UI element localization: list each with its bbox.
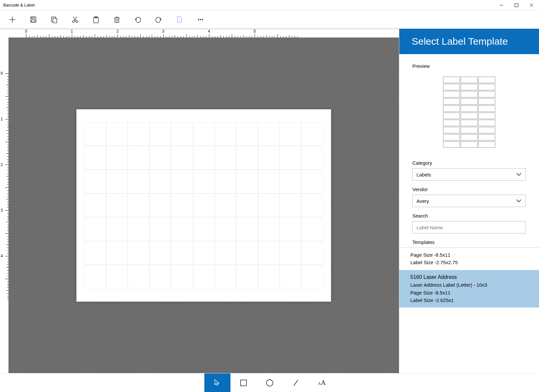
undo-button[interactable] <box>127 10 148 29</box>
template-label-size: Label Size -2.625x1 <box>410 296 528 304</box>
vendor-dropdown[interactable]: Avery <box>412 195 526 207</box>
svg-rect-17 <box>115 18 119 23</box>
svg-point-23 <box>200 19 201 20</box>
page[interactable] <box>76 109 331 302</box>
svg-rect-8 <box>32 20 35 22</box>
select-tool[interactable] <box>204 373 230 392</box>
titlebar: Barcode & Label <box>0 0 539 10</box>
category-label: Category <box>412 160 526 166</box>
template-label-size: Label Size -2.75x2.75 <box>410 259 528 266</box>
templates-list: Page Size -8.5x11 Label Size -2.75x2.75 … <box>399 248 539 308</box>
app-title: Barcode & Label <box>3 3 494 8</box>
template-title: 5160 Laser Address <box>410 273 528 281</box>
rectangle-tool[interactable] <box>230 373 257 392</box>
close-button[interactable] <box>524 0 539 10</box>
template-item[interactable]: Page Size -8.5x11 Label Size -2.75x2.75 <box>399 248 539 270</box>
search-label: Search <box>412 213 526 219</box>
text-tool[interactable]: AA <box>309 373 335 392</box>
template-preview <box>412 77 526 148</box>
svg-point-22 <box>198 19 199 20</box>
copy-button[interactable] <box>44 10 65 29</box>
ruler-vertical: 01234 <box>0 38 8 373</box>
line-tool[interactable] <box>283 373 309 392</box>
top-toolbar <box>0 10 539 29</box>
svg-point-24 <box>202 19 203 20</box>
more-button[interactable] <box>190 10 211 29</box>
svg-rect-25 <box>241 380 246 386</box>
svg-line-27 <box>294 380 298 386</box>
save-button[interactable] <box>23 10 44 29</box>
template-panel: Select Label Template Preview Category L… <box>399 29 539 373</box>
template-page-size: Page Size -8.5x11 <box>410 251 528 259</box>
svg-point-26 <box>266 380 273 386</box>
vendor-label: Vendor <box>412 187 526 192</box>
svg-rect-7 <box>32 17 34 19</box>
text-icon: AA <box>318 379 326 386</box>
minimize-button[interactable] <box>494 0 509 10</box>
templates-label: Templates <box>412 239 526 245</box>
vendor-value: Avery <box>417 198 429 204</box>
paste-button[interactable] <box>86 10 106 29</box>
bottom-toolbar: AA <box>0 373 539 392</box>
canvas-background[interactable] <box>8 38 399 373</box>
canvas-area: 012345 01234 <box>0 29 399 373</box>
maximize-button[interactable] <box>509 0 524 10</box>
new-button[interactable] <box>2 10 23 29</box>
svg-rect-1 <box>515 4 518 7</box>
template-desc: Laser Address Label (Letter) - 10x3 <box>410 281 528 289</box>
search-input[interactable] <box>412 221 526 234</box>
ruler-horizontal: 012345 <box>8 29 399 38</box>
redo-button[interactable] <box>148 10 169 29</box>
chevron-down-icon <box>516 199 522 203</box>
ellipse-tool[interactable] <box>257 373 283 392</box>
panel-title: Select Label Template <box>399 29 539 54</box>
page-button[interactable] <box>169 10 190 29</box>
category-dropdown[interactable]: Labels <box>412 168 526 181</box>
cut-button[interactable] <box>65 10 86 29</box>
category-value: Labels <box>417 172 431 177</box>
preview-label: Preview <box>412 63 526 69</box>
chevron-down-icon <box>516 173 522 176</box>
delete-button[interactable] <box>106 10 127 29</box>
svg-rect-10 <box>53 18 57 23</box>
template-page-size: Page Size -8.5x11 <box>410 289 528 296</box>
template-item[interactable]: 5160 Laser Address Laser Address Label (… <box>399 270 539 308</box>
